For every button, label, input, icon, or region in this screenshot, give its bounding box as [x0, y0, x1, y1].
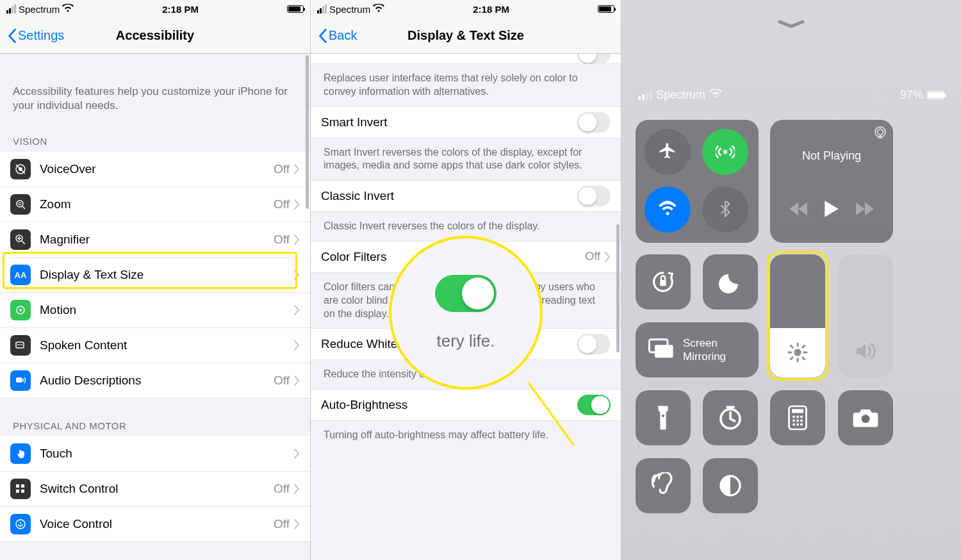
row-display-text-size[interactable]: AA Display & Text Size [0, 258, 310, 293]
svg-point-34 [793, 424, 795, 426]
wifi-button[interactable] [645, 186, 691, 233]
row-label: Display & Text Size [40, 268, 293, 282]
chevron-right-icon [293, 484, 300, 494]
forward-button[interactable] [855, 201, 874, 219]
volume-slider[interactable] [838, 254, 893, 377]
magnifier-icon [10, 229, 31, 250]
svg-rect-20 [660, 280, 666, 286]
row-partial-top [311, 54, 621, 64]
row-spoken-content[interactable]: Spoken Content [0, 328, 310, 363]
row-value: Off [274, 482, 290, 496]
row-voice-control[interactable]: Voice Control Off [0, 507, 310, 542]
zoom-callout: tery life. [389, 236, 543, 390]
audio-descriptions-icon [10, 370, 31, 391]
time-label: 2:18 PM [162, 4, 199, 15]
row-label: Smart Invert [321, 115, 387, 129]
row-auto-brightness[interactable]: Auto-Brightness [311, 389, 621, 421]
svg-point-9 [19, 344, 21, 345]
svg-point-35 [796, 424, 799, 426]
battery-icon [926, 91, 944, 99]
status-bar: Spectrum 2:18 PM [0, 0, 310, 18]
svg-point-30 [800, 416, 803, 418]
dark-mode-button[interactable] [703, 458, 758, 513]
brightness-slider[interactable] [770, 254, 825, 377]
calculator-button[interactable] [770, 390, 825, 445]
toggle-smart-invert[interactable] [577, 112, 611, 133]
cellular-data-button[interactable] [702, 129, 748, 175]
screen-display-text-size: Spectrum 2:18 PM Back Display & Text Siz… [311, 0, 621, 560]
zoom-text: tery life. [436, 331, 495, 351]
scrollbar[interactable] [616, 224, 620, 352]
row-label: Zoom [40, 197, 274, 211]
play-button[interactable] [823, 199, 840, 221]
spoken-content-icon [10, 335, 31, 356]
row-voiceover[interactable]: VoiceOver Off [0, 152, 310, 187]
toggle-reduce-white[interactable] [577, 334, 611, 354]
desc-text: Turning off auto-brightness may affect b… [311, 421, 621, 450]
scrollbar[interactable] [306, 55, 309, 209]
back-button[interactable]: Back [318, 28, 357, 43]
row-label: Spoken Content [40, 338, 293, 352]
screen-mirror-icon [648, 338, 674, 362]
orientation-lock-button[interactable] [636, 254, 691, 309]
screen-mirroring-button[interactable]: Screen Mirroring [636, 322, 759, 377]
zoom-toggle-icon [435, 275, 497, 312]
svg-point-19 [878, 129, 883, 135]
toggle-classic-invert[interactable] [577, 186, 611, 206]
row-value: Off [274, 162, 290, 176]
voice-control-icon [10, 514, 31, 534]
row-label: Motion [40, 303, 293, 317]
wifi-icon [373, 4, 384, 15]
svg-point-31 [793, 420, 795, 422]
toggle-partial[interactable] [577, 54, 611, 64]
chevron-right-icon [293, 305, 300, 315]
airplay-icon[interactable] [873, 125, 888, 143]
chevron-right-icon [293, 199, 300, 210]
row-audio-descriptions[interactable]: Audio Descriptions Off [0, 363, 310, 399]
row-classic-invert[interactable]: Classic Invert [311, 180, 621, 212]
row-zoom[interactable]: Zoom Off [0, 187, 310, 222]
hearing-button[interactable] [636, 458, 691, 513]
media-tile[interactable]: Not Playing [770, 120, 893, 243]
nav-header: Settings Accessibility [0, 18, 310, 54]
chevron-right-icon [293, 519, 300, 529]
battery-icon [287, 5, 304, 13]
row-label: Switch Control [40, 482, 274, 496]
screen-control-center: Spectrum 97% [621, 0, 961, 560]
timer-button[interactable] [703, 390, 758, 445]
status-bar: Spectrum 2:18 PM [311, 0, 621, 18]
rewind-button[interactable] [789, 201, 809, 219]
bluetooth-button[interactable] [702, 186, 748, 233]
toggle-auto-brightness[interactable] [577, 395, 611, 415]
flashlight-button[interactable] [636, 390, 691, 445]
svg-point-33 [800, 420, 803, 422]
signal-icon [638, 90, 652, 100]
row-magnifier[interactable]: Magnifier Off [0, 222, 310, 258]
svg-rect-27 [792, 409, 803, 413]
page-title: Accessibility [116, 28, 194, 43]
section-header-vision: VISION [0, 128, 310, 152]
row-label: Magnifier [40, 233, 274, 247]
do-not-disturb-button[interactable] [703, 254, 758, 309]
row-label: Touch [40, 447, 293, 461]
control-center-handle[interactable] [777, 19, 805, 32]
section-header-physical: PHYSICAL AND MOTOR [0, 399, 310, 436]
nav-header: Back Display & Text Size [311, 18, 621, 54]
mirror-line1: Screen [683, 336, 726, 350]
camera-button[interactable] [838, 390, 893, 445]
row-smart-invert[interactable]: Smart Invert [311, 106, 621, 138]
svg-point-3 [19, 202, 21, 205]
airplane-mode-button[interactable] [645, 129, 691, 175]
carrier-label: Spectrum [656, 88, 705, 102]
row-motion[interactable]: Motion [0, 293, 310, 328]
row-label: Voice Control [40, 517, 274, 531]
row-switch-control[interactable]: Switch Control Off [0, 472, 310, 507]
row-value: Off [274, 233, 290, 247]
wifi-icon [709, 88, 722, 102]
signal-icon [6, 4, 16, 13]
switch-control-icon [10, 479, 31, 499]
svg-point-36 [800, 424, 803, 426]
back-button[interactable]: Settings [8, 28, 64, 43]
connectivity-tile[interactable] [636, 120, 759, 243]
row-touch[interactable]: Touch [0, 436, 310, 472]
